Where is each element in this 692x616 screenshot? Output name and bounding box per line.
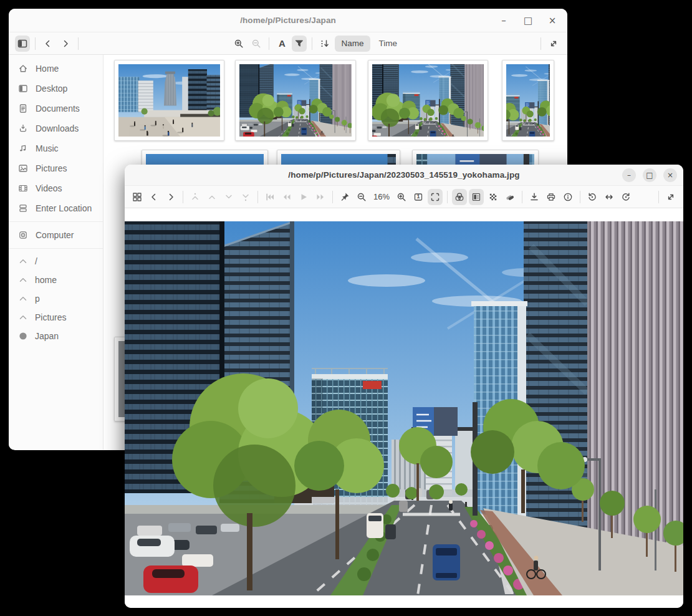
maximize-button[interactable]: □ [519, 12, 537, 29]
sidebar-item-desktop[interactable]: Desktop [9, 79, 103, 99]
thumbnail-photo-street-narrow[interactable] [502, 60, 554, 141]
print-button[interactable] [544, 189, 559, 205]
image-info-button[interactable] [560, 189, 575, 205]
caret-down-dot-icon [241, 192, 251, 202]
photo-street [239, 64, 352, 137]
separator [658, 191, 659, 203]
zoom-in-button[interactable] [231, 36, 246, 52]
collapse-chevron-icon[interactable] [18, 256, 28, 266]
slideshow-play-button[interactable] [296, 189, 311, 205]
photo-street [372, 64, 484, 137]
annotate-brush-button[interactable] [502, 189, 517, 205]
thumbnail-photo-plaza[interactable] [114, 60, 224, 141]
thumbnail-grid-button[interactable] [130, 189, 145, 205]
minimize-button[interactable]: – [622, 168, 636, 182]
photo-plaza [118, 64, 220, 137]
image-canvas[interactable] [125, 208, 683, 608]
sidebar-item-label: Home [36, 64, 59, 74]
toggle-sidebar-button[interactable] [15, 36, 30, 52]
fullscreen-button[interactable] [546, 36, 561, 52]
rgb-circles-icon [454, 192, 464, 202]
sort-button[interactable] [317, 36, 332, 52]
dither-frame-button[interactable] [469, 189, 484, 205]
slideshow-rewind-button[interactable] [279, 189, 294, 205]
tree-item-home[interactable]: home [9, 271, 103, 289]
chevron-left-icon [43, 39, 53, 49]
file-manager-titlebar[interactable]: /home/p/Pictures/Japan – □ × [9, 9, 567, 32]
separator [269, 37, 269, 50]
letter-a-icon: A [279, 38, 286, 49]
rotate-cw-button[interactable] [618, 189, 633, 205]
slideshow-first-button[interactable] [262, 189, 277, 205]
framed-image-icon [471, 192, 481, 202]
rotate-ccw-button[interactable] [585, 189, 600, 205]
next-file-button[interactable] [221, 189, 236, 205]
home-icon [18, 64, 29, 74]
separator [580, 191, 580, 203]
next-image-button[interactable] [163, 189, 178, 205]
sidebar-item-home[interactable]: Home [9, 59, 103, 79]
thumbnail-photo-street-2[interactable] [368, 60, 488, 141]
filter-button[interactable] [292, 36, 307, 52]
close-button[interactable]: × [544, 12, 561, 29]
actual-size-button[interactable]: 1 [411, 189, 426, 205]
checkerboard-background-button[interactable] [486, 189, 501, 205]
checkerboard-icon [488, 192, 498, 202]
sidebar-item-label: Documents [36, 103, 80, 113]
sidebar-item-videos[interactable]: Videos [9, 178, 103, 198]
pin-button[interactable] [337, 189, 352, 205]
sort-descending-icon [320, 39, 330, 49]
sidebar-item-label: Videos [36, 183, 62, 193]
one-to-one-icon [413, 192, 423, 202]
tree-item-p[interactable]: p [9, 289, 103, 308]
sidebar-item-pictures[interactable]: Pictures [9, 158, 103, 178]
enter-location-icon [18, 203, 29, 214]
show-hidden-button[interactable]: A [274, 36, 289, 52]
maximize-button[interactable]: □ [643, 168, 656, 182]
expand-diagonal-icon [549, 39, 559, 49]
tree-item-japan-current[interactable]: Japan [9, 327, 103, 345]
previous-image-button[interactable] [147, 189, 161, 205]
sidebar-item-computer[interactable]: Computer [9, 225, 103, 245]
back-button[interactable] [41, 36, 55, 52]
sidebar-item-documents[interactable]: Documents [9, 99, 103, 118]
first-file-button[interactable] [188, 189, 203, 205]
collapse-chevron-icon[interactable] [18, 312, 28, 322]
close-button[interactable]: × [663, 168, 677, 182]
zoom-out-icon [251, 39, 261, 49]
forward-button[interactable] [58, 36, 73, 52]
tree-item-pictures[interactable]: Pictures [9, 308, 103, 327]
sidebar-item-downloads[interactable]: Downloads [9, 118, 103, 138]
thumbnail-photo-street-1[interactable] [235, 60, 356, 141]
separator [257, 191, 258, 203]
sort-by-name-button[interactable]: Name [335, 36, 370, 52]
sort-by-time-button[interactable]: Time [373, 36, 404, 52]
sidebar-item-music[interactable]: Music [9, 138, 103, 158]
skip-backward-icon [265, 192, 275, 202]
fit-window-button[interactable] [428, 189, 443, 205]
tree-item-root[interactable]: / [9, 252, 103, 271]
zoom-out-button[interactable] [249, 36, 264, 52]
minimize-button[interactable]: – [495, 12, 512, 29]
flip-horizontal-button[interactable] [602, 189, 617, 205]
zoom-out-button[interactable] [354, 189, 369, 205]
save-button[interactable] [527, 189, 542, 205]
places-sidebar: Home Desktop Documents Downloads Music P… [9, 55, 103, 450]
sidebar-item-enter-location[interactable]: Enter Location [9, 198, 103, 218]
separator [183, 191, 183, 203]
collapse-chevron-icon[interactable] [18, 275, 28, 285]
image-viewer-titlebar[interactable]: /home/p/Pictures/Japan/20230503_145519_y… [125, 165, 683, 186]
download-icon [18, 123, 29, 134]
previous-file-button[interactable] [204, 189, 219, 205]
collapse-chevron-icon[interactable] [18, 294, 28, 304]
last-file-button[interactable] [238, 189, 253, 205]
chevron-left-icon [149, 192, 159, 202]
slideshow-forward-button[interactable] [313, 189, 328, 205]
image-viewer-title: /home/p/Pictures/Japan/20230503_145519_y… [288, 170, 519, 180]
color-management-button[interactable] [452, 189, 467, 205]
grid-icon [132, 192, 142, 202]
music-icon [18, 143, 29, 154]
fullscreen-button[interactable] [663, 189, 678, 205]
caret-up-dot-icon [190, 192, 200, 202]
zoom-in-button[interactable] [394, 189, 409, 205]
